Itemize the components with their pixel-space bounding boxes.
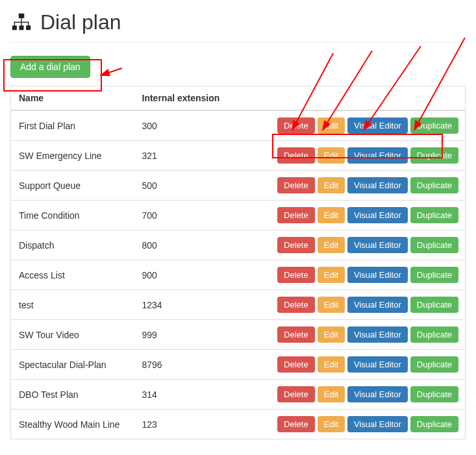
edit-button[interactable]: Edit bbox=[318, 267, 345, 283]
visual-editor-button[interactable]: Visual Editor bbox=[347, 237, 408, 253]
toolbar: Add a dial plan bbox=[10, 56, 466, 78]
visual-editor-button[interactable]: Visual Editor bbox=[347, 416, 408, 432]
delete-button[interactable]: Delete bbox=[277, 267, 315, 283]
delete-button[interactable]: Delete bbox=[277, 177, 315, 193]
cell-name: Dispatch bbox=[11, 230, 134, 260]
cell-name: SW Tour Video bbox=[11, 320, 134, 350]
edit-button[interactable]: Edit bbox=[318, 207, 345, 223]
delete-button[interactable]: Delete bbox=[277, 207, 315, 223]
duplicate-button[interactable]: Duplicate bbox=[410, 117, 458, 134]
table-row: Spectacular Dial-Plan8796DeleteEditVisua… bbox=[11, 350, 466, 380]
cell-extension: 500 bbox=[134, 171, 232, 201]
visual-editor-button[interactable]: Visual Editor bbox=[347, 177, 408, 193]
svg-rect-7 bbox=[21, 21, 21, 25]
add-dial-plan-button[interactable]: Add a dial plan bbox=[10, 56, 90, 78]
duplicate-button[interactable]: Duplicate bbox=[410, 386, 458, 402]
cell-extension: 8796 bbox=[134, 350, 232, 380]
delete-button[interactable]: Delete bbox=[277, 416, 315, 432]
cell-extension: 1234 bbox=[134, 290, 232, 320]
table-row: DBO Test Plan314DeleteEditVisual EditorD… bbox=[11, 380, 466, 410]
cell-name: Access List bbox=[11, 260, 134, 290]
cell-extension: 800 bbox=[134, 230, 232, 260]
cell-name: DBO Test Plan bbox=[11, 380, 134, 410]
page-header: Dial plan bbox=[10, 10, 466, 43]
table-row: test1234DeleteEditVisual EditorDuplicate bbox=[11, 290, 466, 320]
cell-actions: DeleteEditVisual EditorDuplicate bbox=[232, 201, 466, 230]
cell-actions: DeleteEditVisual EditorDuplicate bbox=[232, 171, 466, 201]
edit-button[interactable]: Edit bbox=[318, 416, 345, 432]
table-row: Dispatch800DeleteEditVisual EditorDuplic… bbox=[11, 230, 466, 260]
table-row: SW Tour Video999DeleteEditVisual EditorD… bbox=[11, 320, 466, 350]
sitemap-icon bbox=[10, 12, 32, 34]
edit-button[interactable]: Edit bbox=[318, 237, 345, 253]
cell-actions: DeleteEditVisual EditorDuplicate bbox=[232, 290, 466, 320]
table-row: Stealthy Wood Main Line123DeleteEditVisu… bbox=[11, 410, 466, 439]
duplicate-button[interactable]: Duplicate bbox=[410, 237, 458, 253]
visual-editor-button[interactable]: Visual Editor bbox=[347, 147, 408, 164]
cell-name: Stealthy Wood Main Line bbox=[11, 410, 134, 439]
delete-button[interactable]: Delete bbox=[277, 386, 315, 402]
svg-rect-2 bbox=[19, 25, 23, 30]
cell-extension: 700 bbox=[134, 201, 232, 230]
dial-plan-table: Name Internal extension First Dial Plan3… bbox=[10, 86, 466, 439]
visual-editor-button[interactable]: Visual Editor bbox=[347, 267, 408, 283]
edit-button[interactable]: Edit bbox=[318, 356, 345, 373]
delete-button[interactable]: Delete bbox=[277, 147, 315, 164]
delete-button[interactable]: Delete bbox=[277, 237, 315, 253]
cell-extension: 321 bbox=[134, 141, 232, 171]
cell-extension: 900 bbox=[134, 260, 232, 290]
delete-button[interactable]: Delete bbox=[277, 117, 315, 134]
duplicate-button[interactable]: Duplicate bbox=[410, 356, 458, 373]
cell-extension: 314 bbox=[134, 380, 232, 410]
visual-editor-button[interactable]: Visual Editor bbox=[347, 386, 408, 402]
cell-name: Time Condition bbox=[11, 201, 134, 230]
column-actions bbox=[232, 86, 466, 111]
delete-button[interactable]: Delete bbox=[277, 356, 315, 373]
svg-rect-1 bbox=[12, 25, 17, 30]
visual-editor-button[interactable]: Visual Editor bbox=[347, 326, 408, 343]
delete-button[interactable]: Delete bbox=[277, 326, 315, 343]
table-header-row: Name Internal extension bbox=[11, 86, 466, 111]
edit-button[interactable]: Edit bbox=[318, 297, 345, 313]
cell-actions: DeleteEditVisual EditorDuplicate bbox=[232, 380, 466, 410]
table-row: Support Queue500DeleteEditVisual EditorD… bbox=[11, 171, 466, 201]
edit-button[interactable]: Edit bbox=[318, 326, 345, 343]
cell-name: SW Emergency Line bbox=[11, 141, 134, 171]
cell-actions: DeleteEditVisual EditorDuplicate bbox=[232, 141, 466, 171]
column-extension: Internal extension bbox=[134, 86, 232, 111]
page-title: Dial plan bbox=[40, 10, 121, 34]
duplicate-button[interactable]: Duplicate bbox=[410, 416, 458, 432]
column-name: Name bbox=[11, 86, 134, 111]
cell-actions: DeleteEditVisual EditorDuplicate bbox=[232, 350, 466, 380]
cell-actions: DeleteEditVisual EditorDuplicate bbox=[232, 410, 466, 439]
cell-actions: DeleteEditVisual EditorDuplicate bbox=[232, 110, 466, 141]
svg-rect-6 bbox=[14, 21, 15, 25]
svg-rect-8 bbox=[28, 21, 29, 25]
edit-button[interactable]: Edit bbox=[318, 117, 345, 134]
table-row: First Dial Plan300DeleteEditVisual Edito… bbox=[11, 110, 466, 141]
cell-extension: 300 bbox=[134, 110, 232, 141]
visual-editor-button[interactable]: Visual Editor bbox=[347, 297, 408, 313]
table-row: Access List900DeleteEditVisual EditorDup… bbox=[11, 260, 466, 290]
svg-rect-3 bbox=[26, 25, 31, 30]
svg-rect-0 bbox=[19, 13, 25, 18]
duplicate-button[interactable]: Duplicate bbox=[410, 207, 458, 223]
duplicate-button[interactable]: Duplicate bbox=[410, 177, 458, 193]
cell-name: test bbox=[11, 290, 134, 320]
duplicate-button[interactable]: Duplicate bbox=[410, 297, 458, 313]
cell-actions: DeleteEditVisual EditorDuplicate bbox=[232, 320, 466, 350]
duplicate-button[interactable]: Duplicate bbox=[410, 147, 458, 164]
visual-editor-button[interactable]: Visual Editor bbox=[347, 207, 408, 223]
duplicate-button[interactable]: Duplicate bbox=[410, 267, 458, 283]
delete-button[interactable]: Delete bbox=[277, 297, 315, 313]
table-row: Time Condition700DeleteEditVisual Editor… bbox=[11, 201, 466, 230]
edit-button[interactable]: Edit bbox=[318, 386, 345, 402]
duplicate-button[interactable]: Duplicate bbox=[410, 326, 458, 343]
cell-name: Support Queue bbox=[11, 171, 134, 201]
visual-editor-button[interactable]: Visual Editor bbox=[347, 117, 408, 134]
svg-rect-4 bbox=[21, 18, 21, 21]
visual-editor-button[interactable]: Visual Editor bbox=[347, 356, 408, 373]
edit-button[interactable]: Edit bbox=[318, 147, 345, 164]
cell-extension: 999 bbox=[134, 320, 232, 350]
edit-button[interactable]: Edit bbox=[318, 177, 345, 193]
